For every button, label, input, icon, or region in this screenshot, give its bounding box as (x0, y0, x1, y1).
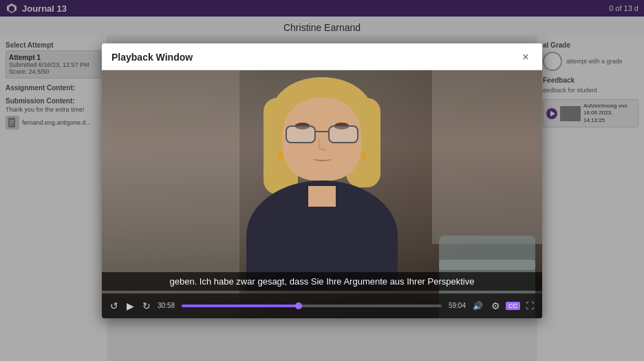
rewind-button[interactable]: ↺ (107, 299, 121, 313)
playback-header: Playback Window × (102, 43, 542, 70)
time-current: 30:58 (158, 302, 175, 309)
playback-window: Playback Window × (102, 43, 542, 318)
person (198, 84, 446, 291)
mouth (312, 156, 332, 161)
modal-overlay: Playback Window × (0, 0, 644, 361)
glasses-bridge (316, 131, 328, 132)
video-frame: geben. Ich habe zwar gesagt, dass Sie Ih… (102, 70, 542, 318)
glasses-left-lens (286, 125, 316, 143)
video-controls: ↺ ▶ ↻ 30:58 59:04 🔊 ⚙ CC ⛶ (102, 293, 542, 318)
play-button[interactable]: ▶ (124, 299, 137, 313)
video-area: geben. Ich habe zwar gesagt, dass Sie Ih… (102, 70, 542, 318)
earring-left (278, 152, 283, 160)
time-total: 59:04 (449, 302, 466, 309)
bg-couch-arm (439, 260, 535, 270)
caption-button[interactable]: CC (506, 302, 520, 310)
settings-button[interactable]: ⚙ (489, 299, 503, 313)
forward-button[interactable]: ↻ (140, 299, 153, 313)
subtitle-text: geben. Ich habe zwar gesagt, dass Sie Ih… (170, 276, 475, 287)
person-neck (308, 186, 336, 207)
fullscreen-button[interactable]: ⛶ (523, 300, 537, 312)
earring-right (361, 152, 366, 160)
glasses (284, 125, 360, 143)
playback-close-button[interactable]: × (519, 50, 533, 64)
progress-bar[interactable] (182, 305, 442, 307)
progress-thumb (295, 302, 302, 309)
playback-title: Playback Window (111, 52, 193, 63)
volume-button[interactable]: 🔊 (470, 300, 486, 312)
subtitle-bar: geben. Ich habe zwar gesagt, dass Sie Ih… (102, 272, 542, 291)
glasses-right-lens (328, 125, 358, 143)
progress-fill (182, 305, 299, 307)
